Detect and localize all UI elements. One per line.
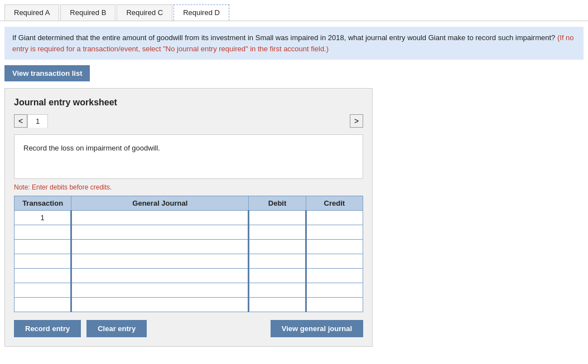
- table-row: [15, 254, 363, 269]
- debit-input[interactable]: [249, 240, 305, 254]
- transaction-number-cell: [15, 298, 71, 312]
- credit-cell[interactable]: [306, 254, 363, 269]
- info-box: If Giant determined that the entire amou…: [4, 27, 584, 60]
- tab-required-c[interactable]: Required C: [117, 4, 172, 21]
- transaction-number-cell: [15, 240, 71, 254]
- debit-input[interactable]: [249, 211, 305, 225]
- credit-input[interactable]: [307, 225, 363, 239]
- debit-cell[interactable]: [249, 240, 306, 254]
- info-main-text: If Giant determined that the entire amou…: [12, 33, 555, 42]
- tab-required-d[interactable]: Required D: [173, 4, 229, 21]
- worksheet-title: Journal entry worksheet: [14, 98, 363, 108]
- tab-required-a[interactable]: Required A: [4, 4, 59, 21]
- col-debit: Debit: [249, 196, 306, 211]
- debit-input[interactable]: [249, 283, 305, 297]
- col-general-journal: General Journal: [71, 196, 249, 211]
- nav-next-button[interactable]: >: [350, 114, 363, 128]
- debit-cell[interactable]: [249, 211, 306, 225]
- general-journal-cell[interactable]: [71, 269, 249, 283]
- table-row: [15, 225, 363, 240]
- general-journal-cell[interactable]: [71, 240, 249, 254]
- current-page-tab: 1: [27, 114, 48, 128]
- credit-input[interactable]: [307, 298, 363, 312]
- transaction-number-cell: [15, 283, 71, 298]
- debit-cell[interactable]: [249, 225, 306, 240]
- credit-input[interactable]: [307, 211, 363, 225]
- transaction-number-cell: 1: [15, 211, 71, 225]
- tabs-container: Required A Required B Required C Require…: [0, 0, 588, 21]
- record-entry-button[interactable]: Record entry: [14, 320, 81, 337]
- nav-row: < 1 >: [14, 114, 363, 128]
- general-journal-input[interactable]: [72, 254, 248, 268]
- description-text: Record the loss on impairment of goodwil…: [23, 144, 160, 152]
- debit-input[interactable]: [249, 298, 305, 312]
- general-journal-cell[interactable]: [71, 225, 249, 240]
- general-journal-cell[interactable]: [71, 254, 249, 269]
- note-text: Note: Enter debits before credits.: [14, 183, 363, 191]
- general-journal-input[interactable]: [72, 269, 248, 283]
- debit-cell[interactable]: [249, 298, 306, 312]
- bottom-buttons: Record entry Clear entry View general jo…: [14, 320, 363, 337]
- general-journal-input[interactable]: [72, 283, 248, 297]
- description-box: Record the loss on impairment of goodwil…: [14, 134, 363, 179]
- col-transaction: Transaction: [15, 196, 71, 211]
- debit-input[interactable]: [249, 269, 305, 283]
- debit-cell[interactable]: [249, 254, 306, 269]
- general-journal-input[interactable]: [72, 225, 248, 239]
- credit-input[interactable]: [307, 283, 363, 297]
- debit-cell[interactable]: [249, 269, 306, 283]
- credit-input[interactable]: [307, 240, 363, 254]
- col-credit: Credit: [306, 196, 363, 211]
- debit-cell[interactable]: [249, 283, 306, 298]
- general-journal-input[interactable]: [72, 211, 248, 225]
- view-transaction-button[interactable]: View transaction list: [4, 65, 90, 81]
- credit-cell[interactable]: [306, 240, 363, 254]
- credit-cell[interactable]: [306, 298, 363, 312]
- table-row: [15, 269, 363, 283]
- table-row: [15, 240, 363, 254]
- table-row: [15, 298, 363, 312]
- transaction-number-cell: [15, 225, 71, 240]
- general-journal-input[interactable]: [72, 240, 248, 254]
- journal-worksheet: Journal entry worksheet < 1 > Record the…: [4, 88, 373, 347]
- table-row: [15, 283, 363, 298]
- debit-input[interactable]: [249, 254, 305, 268]
- general-journal-cell[interactable]: [71, 211, 249, 225]
- table-row: 1: [15, 211, 363, 225]
- credit-cell[interactable]: [306, 225, 363, 240]
- clear-entry-button[interactable]: Clear entry: [86, 320, 147, 337]
- credit-cell[interactable]: [306, 283, 363, 298]
- transaction-number-cell: [15, 269, 71, 283]
- nav-prev-button[interactable]: <: [14, 114, 27, 128]
- credit-cell[interactable]: [306, 211, 363, 225]
- view-general-journal-button[interactable]: View general journal: [271, 320, 363, 337]
- general-journal-cell[interactable]: [71, 298, 249, 312]
- tab-required-b[interactable]: Required B: [60, 4, 115, 21]
- transaction-number-cell: [15, 254, 71, 269]
- general-journal-input[interactable]: [72, 298, 248, 312]
- credit-cell[interactable]: [306, 269, 363, 283]
- credit-input[interactable]: [307, 269, 363, 283]
- journal-table: Transaction General Journal Debit Credit…: [14, 196, 363, 312]
- general-journal-cell[interactable]: [71, 283, 249, 298]
- credit-input[interactable]: [307, 254, 363, 268]
- debit-input[interactable]: [249, 225, 305, 239]
